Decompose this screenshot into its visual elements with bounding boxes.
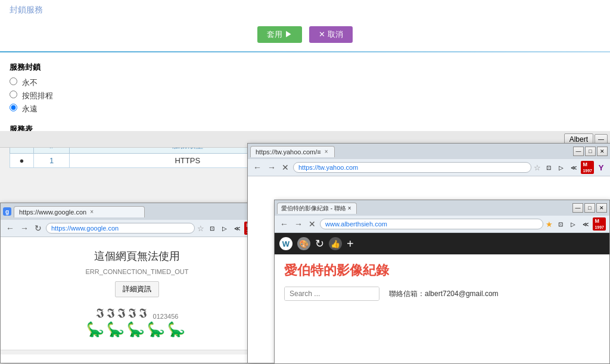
cancel-button[interactable]: ✕ 取消 xyxy=(309,26,353,43)
google-back-btn[interactable]: ← xyxy=(4,223,16,234)
albert-tab-bar: 愛伯特的影像紀錄 - 聯絡 × — □ ✕ xyxy=(275,200,609,216)
albert-star-icon[interactable]: ★ xyxy=(546,220,553,229)
albert-forward-btn[interactable]: → xyxy=(292,219,304,229)
google-tab-bar: g https://www.google.con × + xyxy=(1,203,273,220)
yahoo-url-bar[interactable] xyxy=(293,162,531,173)
albert-play-icon[interactable]: ▷ xyxy=(568,219,578,229)
albert-mail-icon[interactable]: M1997 xyxy=(593,217,606,231)
albert-back-btn[interactable]: ← xyxy=(278,219,290,229)
google-scroll-area[interactable] xyxy=(1,350,273,354)
albert-window-controls: — □ ✕ xyxy=(572,203,607,213)
cactus-icon-2: 𝕴 xyxy=(107,307,115,320)
yahoo-y-icon[interactable]: Y xyxy=(596,162,606,173)
albert-share-icon[interactable]: ⊡ xyxy=(555,219,566,229)
google-play-icon[interactable]: ▷ xyxy=(219,223,230,234)
albert-toolbar-icons: ⊡ ▷ ≪ M1997 xyxy=(555,217,606,231)
yahoo-forward-btn[interactable]: → xyxy=(266,162,278,173)
albert-blog-content: 愛伯特的影像紀錄 🔍 聯絡信箱：albert7204@gmail.com xyxy=(275,254,609,308)
search-box[interactable]: 🔍 xyxy=(284,287,379,301)
google-url-bar[interactable] xyxy=(46,223,195,234)
apply-button[interactable]: 套用 ▶ xyxy=(257,26,302,43)
refresh-icon[interactable]: ↻ xyxy=(315,237,324,250)
page-title: 封鎖服務 xyxy=(0,0,610,20)
blog-title: 愛伯特的影像紀錄 xyxy=(284,262,600,279)
yahoo-min-btn[interactable]: — xyxy=(573,147,584,156)
google-toolbar: ← → ↻ ☆ ⊡ ▷ ≪ M1997 Y xyxy=(1,220,273,237)
contact-text: 聯絡信箱：albert7204@gmail.com xyxy=(389,289,499,299)
radio-schedule[interactable]: 按照排程 xyxy=(10,89,600,102)
google-favicon: g xyxy=(3,207,11,216)
albert-more-icon[interactable]: ≪ xyxy=(580,219,591,229)
service-block-label: 服務封鎖 xyxy=(0,58,610,75)
google-tab[interactable]: https://www.google.con × xyxy=(14,206,145,217)
button-row: 套用 ▶ ✕ 取消 xyxy=(0,20,610,51)
yahoo-stop-btn[interactable]: ✕ xyxy=(280,162,291,173)
cactus-row: 𝕴 𝕴 𝕴 𝕴 𝕴 0123456 xyxy=(13,307,262,320)
browser-google: g https://www.google.con × + ← → ↻ ☆ ⊡ ▷… xyxy=(0,203,274,363)
google-refresh-btn[interactable]: ↻ xyxy=(33,223,43,234)
google-share-icon[interactable]: ⊡ xyxy=(207,223,217,234)
nums-label: 0123456 xyxy=(153,313,179,320)
thumb-icon[interactable]: 👍 xyxy=(329,237,342,250)
google-tab-label: https://www.google.con xyxy=(19,209,86,216)
error-title: 這個網頁無法使用 xyxy=(13,249,262,263)
yahoo-toolbar: ← → ✕ ☆ ⊡ ▷ ≪ M1997 Y xyxy=(248,159,610,176)
albert-toolbar: ← → ✕ ★ ⊡ ▷ ≪ M1997 xyxy=(275,216,609,233)
albert-plugin-bar: W 🎨 ↻ 👍 + xyxy=(275,233,609,254)
google-error-content: 這個網頁無法使用 ERR_CONNECTION_TIMED_OUT 詳細資訊 𝕴… xyxy=(1,237,273,350)
cactus-icon-1: 𝕴 xyxy=(96,307,104,320)
yahoo-tab[interactable]: https://tw.yahoo.com/≡ × xyxy=(250,146,335,157)
dino-icons: 🦕🦕🦕🦕🦕 xyxy=(86,321,188,338)
plus-icon[interactable]: + xyxy=(347,237,354,251)
error-code: ERR_CONNECTION_TIMED_OUT xyxy=(13,268,262,275)
cactus-icon-5: 𝕴 xyxy=(139,307,147,320)
albert-max-btn[interactable]: □ xyxy=(584,203,595,213)
row-num: 1 xyxy=(34,154,70,168)
google-more-icon[interactable]: ≪ xyxy=(232,223,242,234)
google-forward-btn[interactable]: → xyxy=(18,223,30,234)
google-star-icon[interactable]: ☆ xyxy=(197,224,204,233)
cactus-icon-4: 𝕴 xyxy=(128,307,136,320)
albert-close-btn[interactable]: ✕ xyxy=(596,203,607,213)
yahoo-window-controls: — □ ✕ xyxy=(573,147,608,156)
google-tab-close[interactable]: × xyxy=(90,209,94,215)
albert-stop-btn[interactable]: ✕ xyxy=(307,219,318,229)
albert-tab[interactable]: 愛伯特的影像紀錄 - 聯絡 × xyxy=(277,203,357,214)
dino-row: 🦕🦕🦕🦕🦕 xyxy=(13,321,262,338)
admin-panel: 封鎖服務 套用 ▶ ✕ 取消 服務封鎖 永不 按照排程 永遠 服務表 # 服務類… xyxy=(0,0,610,137)
radio-never[interactable]: 永不 xyxy=(10,76,600,89)
yahoo-tab-label: https://tw.yahoo.com/≡ xyxy=(256,148,321,155)
albert-tab-label: 愛伯特的影像紀錄 - 聯絡 × xyxy=(281,204,351,213)
yahoo-back-btn[interactable]: ← xyxy=(251,162,263,173)
paint-icon[interactable]: 🎨 xyxy=(297,237,310,250)
search-row: 🔍 聯絡信箱：albert7204@gmail.com xyxy=(284,287,600,301)
yahoo-star-icon[interactable]: ☆ xyxy=(534,163,541,172)
cactus-icon-3: 𝕴 xyxy=(117,307,126,320)
radio-group: 永不 按照排程 永遠 xyxy=(0,75,610,117)
yahoo-tab-bar: https://tw.yahoo.com/≡ × — □ ✕ xyxy=(248,144,610,159)
browser-albert: 愛伯特的影像紀錄 - 聯絡 × — □ ✕ ← → ✕ ★ ⊡ ▷ ≪ M199… xyxy=(274,200,610,364)
yahoo-max-btn[interactable]: □ xyxy=(585,147,596,156)
wp-icon[interactable]: W xyxy=(279,237,292,250)
radio-always[interactable]: 永遠 xyxy=(10,102,600,116)
albert-min-btn[interactable]: — xyxy=(572,203,583,213)
yahoo-mail-icon[interactable]: M1997 xyxy=(581,161,594,174)
yahoo-more-icon[interactable]: ≪ xyxy=(568,162,579,173)
albert-url-bar[interactable] xyxy=(320,219,543,229)
yahoo-close-btn[interactable]: ✕ xyxy=(597,147,608,156)
row-selector: ● xyxy=(10,154,34,168)
yahoo-share-icon[interactable]: ⊡ xyxy=(543,162,554,173)
yahoo-play-icon[interactable]: ▷ xyxy=(556,162,567,173)
details-button[interactable]: 詳細資訊 xyxy=(115,281,159,297)
yahoo-toolbar-icons: ⊡ ▷ ≪ M1997 Y xyxy=(543,161,606,174)
yahoo-tab-close[interactable]: × xyxy=(325,148,328,155)
search-input[interactable] xyxy=(285,287,379,300)
divider xyxy=(0,51,610,52)
